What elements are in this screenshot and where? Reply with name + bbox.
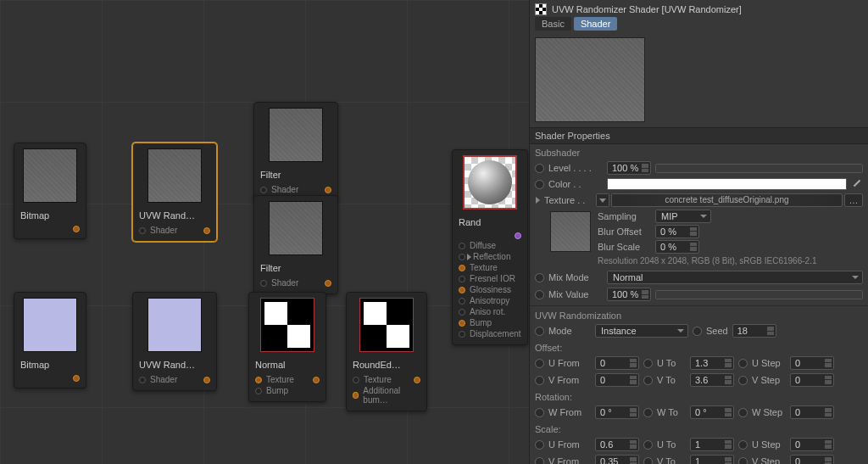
anim-dot[interactable] bbox=[535, 376, 544, 385]
anim-dot[interactable] bbox=[535, 180, 544, 189]
anim-dot[interactable] bbox=[643, 408, 653, 417]
rotation-w-to[interactable]: 0 ° bbox=[690, 405, 734, 419]
offset-u-from[interactable]: 0 bbox=[595, 356, 639, 370]
scale-u-from[interactable]: 0.6 bbox=[595, 438, 639, 451]
input-port-bump[interactable] bbox=[255, 388, 262, 394]
level-slider[interactable] bbox=[655, 164, 863, 173]
node-uvw-randomizer-2[interactable]: UVW Rand… Shader bbox=[132, 292, 217, 391]
mix-value-field[interactable]: 100 % bbox=[607, 288, 651, 301]
output-port[interactable] bbox=[73, 226, 80, 232]
anim-dot[interactable] bbox=[738, 457, 748, 465]
scale-u-to[interactable]: 1 bbox=[690, 438, 734, 451]
blur-scale-field[interactable]: 0 % bbox=[655, 240, 699, 254]
node-graph-viewport[interactable]: Bitmap UVW Rand… Shader Filter Shader Fi… bbox=[0, 0, 529, 464]
texture-browse-button[interactable]: … bbox=[844, 193, 863, 207]
offset-v-from[interactable]: 0 bbox=[595, 373, 639, 387]
mode-select[interactable]: Instance bbox=[595, 324, 688, 338]
anim-dot[interactable] bbox=[738, 408, 748, 417]
output-port[interactable] bbox=[73, 375, 80, 382]
offset-u-step[interactable]: 0 bbox=[790, 356, 834, 370]
node-roundedges[interactable]: RoundEd… Texture Additional bum… bbox=[346, 292, 427, 411]
expand-icon[interactable] bbox=[467, 254, 471, 260]
port-label: Bump bbox=[470, 318, 492, 327]
anim-dot[interactable] bbox=[738, 376, 748, 385]
node-filter-2[interactable]: Filter Shader bbox=[253, 195, 338, 294]
anim-dot[interactable] bbox=[693, 327, 702, 336]
node-uvw-randomizer-1[interactable]: UVW Rand… Shader bbox=[132, 143, 217, 242]
panel-tabs: Basic Shader bbox=[530, 17, 868, 34]
input-port-diffuse[interactable] bbox=[459, 243, 465, 249]
input-port-anisotropy[interactable] bbox=[459, 298, 465, 305]
anim-dot[interactable] bbox=[643, 359, 653, 368]
mix-value-slider[interactable] bbox=[655, 290, 863, 299]
level-field[interactable]: 100 % bbox=[607, 161, 651, 175]
output-port[interactable] bbox=[203, 377, 210, 383]
anim-dot[interactable] bbox=[535, 164, 544, 173]
input-port[interactable] bbox=[139, 227, 146, 234]
input-port-displacement[interactable] bbox=[459, 331, 465, 338]
node-title: Filter bbox=[254, 167, 337, 184]
tab-shader[interactable]: Shader bbox=[574, 17, 617, 31]
anim-dot[interactable] bbox=[643, 440, 653, 450]
input-port-texture[interactable] bbox=[255, 377, 262, 383]
input-port[interactable] bbox=[139, 377, 146, 383]
rotation-w-step[interactable]: 0 bbox=[790, 405, 834, 419]
node-thumbnail bbox=[463, 155, 517, 210]
sampling-select[interactable]: MIP bbox=[655, 210, 711, 223]
tab-basic[interactable]: Basic bbox=[535, 17, 571, 31]
node-bitmap-1[interactable]: Bitmap bbox=[14, 143, 86, 239]
anim-dot[interactable] bbox=[738, 440, 748, 450]
eyedropper-icon[interactable] bbox=[851, 178, 863, 190]
output-port[interactable] bbox=[325, 187, 331, 193]
output-port[interactable] bbox=[313, 377, 320, 383]
input-port-anisorot[interactable] bbox=[459, 309, 465, 316]
color-swatch[interactable] bbox=[607, 178, 847, 190]
input-port-glossiness[interactable] bbox=[459, 287, 465, 293]
output-port[interactable] bbox=[515, 232, 521, 239]
anim-dot[interactable] bbox=[535, 290, 544, 299]
scale-v-step[interactable]: 0 bbox=[790, 455, 834, 464]
output-port[interactable] bbox=[203, 227, 210, 234]
input-port[interactable] bbox=[260, 280, 267, 287]
texture-menu-button[interactable] bbox=[596, 193, 609, 207]
blur-offset-field[interactable]: 0 % bbox=[655, 225, 699, 238]
port-label: Anisotropy bbox=[470, 296, 509, 305]
offset-v-to[interactable]: 3.6 bbox=[690, 373, 734, 387]
offset-u-to[interactable]: 1.3 bbox=[690, 356, 734, 370]
port-label: Bump bbox=[266, 386, 288, 395]
input-port-fresnel[interactable] bbox=[459, 276, 465, 282]
mix-mode-select[interactable]: Normal bbox=[607, 271, 863, 284]
offset-v-step[interactable]: 0 bbox=[790, 373, 834, 387]
anim-dot[interactable] bbox=[535, 273, 544, 282]
port-label: Texture bbox=[470, 263, 498, 272]
node-filter-1[interactable]: Filter Shader bbox=[253, 102, 338, 201]
label-mix-value: Mix Value bbox=[548, 289, 603, 299]
input-port[interactable] bbox=[260, 187, 267, 193]
output-port[interactable] bbox=[325, 280, 331, 287]
rotation-w-from[interactable]: 0 ° bbox=[595, 405, 639, 419]
output-port[interactable] bbox=[414, 377, 420, 383]
anim-dot[interactable] bbox=[535, 327, 544, 336]
anim-dot[interactable] bbox=[643, 376, 653, 385]
texture-name-field[interactable]: concrete test_diffuseOriginal.png bbox=[611, 193, 843, 207]
anim-dot[interactable] bbox=[535, 359, 544, 368]
node-normal[interactable]: Normal Texture Bump bbox=[248, 292, 326, 402]
expand-icon[interactable] bbox=[536, 197, 540, 204]
port-label: Displacement bbox=[470, 329, 521, 338]
scale-v-from[interactable]: 0.35 bbox=[595, 455, 639, 464]
input-port-reflection[interactable] bbox=[459, 254, 465, 260]
scale-v-to[interactable]: 1 bbox=[690, 455, 734, 464]
input-port-addbump[interactable] bbox=[353, 392, 359, 399]
scale-u-step[interactable]: 0 bbox=[790, 438, 834, 451]
anim-dot[interactable] bbox=[643, 457, 653, 465]
input-port-texture[interactable] bbox=[353, 377, 359, 383]
anim-dot[interactable] bbox=[738, 359, 748, 368]
node-rand-material[interactable]: Rand Diffuse Reflection Texture Fresnel … bbox=[452, 149, 528, 345]
anim-dot[interactable] bbox=[535, 457, 544, 465]
seed-field[interactable]: 18 bbox=[732, 324, 776, 338]
node-bitmap-2[interactable]: Bitmap bbox=[14, 292, 86, 389]
input-port-bump[interactable] bbox=[459, 320, 465, 327]
input-port-texture[interactable] bbox=[459, 265, 465, 271]
anim-dot[interactable] bbox=[535, 440, 544, 450]
anim-dot[interactable] bbox=[535, 408, 544, 417]
